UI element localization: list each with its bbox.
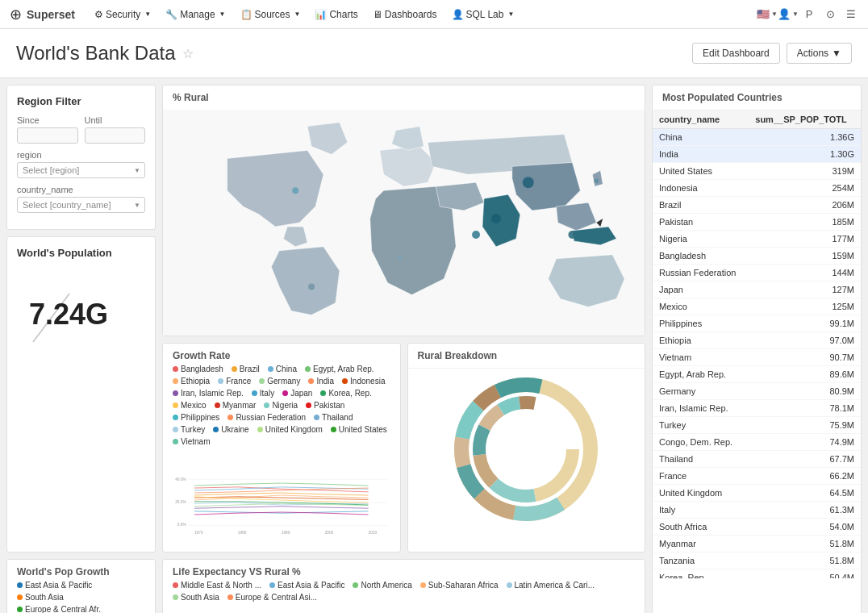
legend-dot xyxy=(17,607,23,612)
country-cell: Iran, Islamic Rep. xyxy=(653,400,749,417)
brand[interactable]: ⊕ Superset xyxy=(10,6,75,23)
legend-label: India xyxy=(316,377,334,386)
region-label: region xyxy=(17,150,145,160)
svg-point-6 xyxy=(398,256,403,261)
legend-item: Nigeria xyxy=(264,401,298,410)
legend-dot xyxy=(218,378,223,384)
most-populated-table-scroll[interactable]: country_name sum__SP_POP_TOTL China1.36G… xyxy=(653,111,861,578)
country-select[interactable]: Select [country_name] xyxy=(17,197,145,213)
user-icon[interactable]: 👤▼ xyxy=(781,7,795,22)
population-cell: 185M xyxy=(749,214,861,231)
until-input[interactable] xyxy=(85,127,146,144)
legend-dot xyxy=(306,402,311,408)
star-icon[interactable]: ☆ xyxy=(182,46,194,61)
page-header: World's Bank Data ☆ Edit Dashboard Actio… xyxy=(0,29,868,78)
legend-dot xyxy=(252,390,257,396)
population-cell: 89.6M xyxy=(749,366,861,383)
sources-icon: 📋 xyxy=(240,9,252,20)
table-row: Bangladesh159M xyxy=(653,248,861,265)
population-cell: 1.36G xyxy=(749,129,861,146)
sqllab-icon: 👤 xyxy=(452,9,464,20)
legend-dot xyxy=(259,378,265,384)
map-panel: % Rural xyxy=(162,85,645,336)
region-select[interactable]: Select [region] xyxy=(17,162,145,178)
legend-dot xyxy=(173,390,178,396)
nav-dashboards[interactable]: 🖥 Dashboards xyxy=(366,6,444,23)
flag-icon[interactable]: 🇺🇸▼ xyxy=(760,7,774,22)
growth-rural-row: Growth Rate BangladeshBrazilChinaEgypt, … xyxy=(162,343,645,553)
country-field: country_name Select [country_name] xyxy=(17,185,145,213)
country-cell: Myanmar xyxy=(653,536,749,553)
legend-dot xyxy=(420,582,426,588)
population-cell: 80.9M xyxy=(749,383,861,400)
svg-point-3 xyxy=(491,214,501,223)
nav-sources[interactable]: 📋 Sources ▼ xyxy=(234,6,307,23)
col-population[interactable]: sum__SP_POP_TOTL xyxy=(749,111,861,129)
legend-label: Vietnam xyxy=(181,437,211,446)
legend-label: Latin America & Cari... xyxy=(515,581,595,590)
legend-item: East Asia & Pacific xyxy=(269,581,344,590)
table-row: France66.2M xyxy=(653,468,861,485)
legend-dot xyxy=(173,439,178,444)
actions-caret-icon: ▼ xyxy=(832,48,841,59)
country-cell: Turkey xyxy=(653,417,749,434)
svg-text:1980: 1980 xyxy=(238,531,247,535)
since-input[interactable] xyxy=(17,127,78,144)
region-filter-panel: Region Filter Since Until region Select … xyxy=(6,85,156,230)
population-cell: 51.8M xyxy=(749,536,861,553)
table-row: Indonesia254M xyxy=(653,180,861,197)
github-icon[interactable]: ⊙ xyxy=(823,7,837,22)
dashboard: Region Filter Since Until region Select … xyxy=(0,78,868,613)
legend-dot xyxy=(269,582,275,588)
edit-dashboard-button[interactable]: Edit Dashboard xyxy=(692,43,780,64)
map-container[interactable] xyxy=(163,110,645,336)
country-cell: Philippines xyxy=(653,315,749,332)
population-cell: 127M xyxy=(749,281,861,298)
svg-text:2000: 2000 xyxy=(325,531,334,535)
country-cell: Bangladesh xyxy=(653,248,749,265)
legend-label: Egypt, Arab Rep. xyxy=(313,365,374,373)
table-row: Germany80.9M xyxy=(653,383,861,400)
page-title: World's Bank Data ☆ xyxy=(16,42,194,65)
legend-dot xyxy=(257,427,263,432)
legend-item: Iran, Islamic Rep. xyxy=(173,389,244,398)
population-cell: 66.2M xyxy=(749,468,861,485)
legend-item: Russian Federation xyxy=(227,413,306,422)
svg-text:1990: 1990 xyxy=(282,531,290,535)
legend-dot xyxy=(173,427,178,432)
profile-icon[interactable]: P xyxy=(802,7,816,22)
rural-breakdown-donut-svg xyxy=(445,369,607,530)
country-cell: Tanzania xyxy=(653,553,749,569)
info-icon[interactable]: ☰ xyxy=(844,7,858,22)
population-cell: 144M xyxy=(749,265,861,281)
brand-label: Superset xyxy=(27,8,75,21)
legend-dot xyxy=(342,378,348,384)
table-row: Mexico125M xyxy=(653,298,861,315)
nav-manage[interactable]: 🔧 Manage ▼ xyxy=(159,6,232,23)
nav-charts[interactable]: 📊 Charts xyxy=(308,6,364,23)
life-expectancy-title: Life Expectancy VS Rural % xyxy=(173,566,635,581)
legend-dot xyxy=(227,594,233,600)
svg-text:0.0%: 0.0% xyxy=(177,523,187,527)
actions-button[interactable]: Actions ▼ xyxy=(787,43,852,64)
legend-label: Russian Federation xyxy=(236,413,306,422)
table-row: Russian Federation144M xyxy=(653,265,861,281)
worlds-pop-growth-panel: World's Pop Growth East Asia & PacificSo… xyxy=(6,559,156,613)
legend-label: Iran, Islamic Rep. xyxy=(181,389,244,398)
legend-dot xyxy=(331,427,336,432)
legend-label: South Asia xyxy=(25,593,64,602)
legend-dot xyxy=(308,378,314,384)
legend-item: Philippines xyxy=(173,413,219,422)
legend-dot xyxy=(173,402,178,408)
col-country[interactable]: country_name xyxy=(653,111,749,129)
legend-item: China xyxy=(268,365,297,373)
svg-point-7 xyxy=(308,284,315,290)
legend-label: United Kingdom xyxy=(265,425,323,434)
nav-sqllab[interactable]: 👤 SQL Lab ▼ xyxy=(445,6,521,23)
nav-right: 🇺🇸▼ 👤▼ P ⊙ ☰ xyxy=(760,7,858,22)
legend-item: Indonesia xyxy=(342,377,385,386)
map-title: % Rural xyxy=(163,85,645,110)
nav-security[interactable]: ⚙ Security ▼ xyxy=(88,6,157,23)
svg-point-4 xyxy=(523,177,534,188)
legend-label: Korea, Rep. xyxy=(328,389,371,398)
